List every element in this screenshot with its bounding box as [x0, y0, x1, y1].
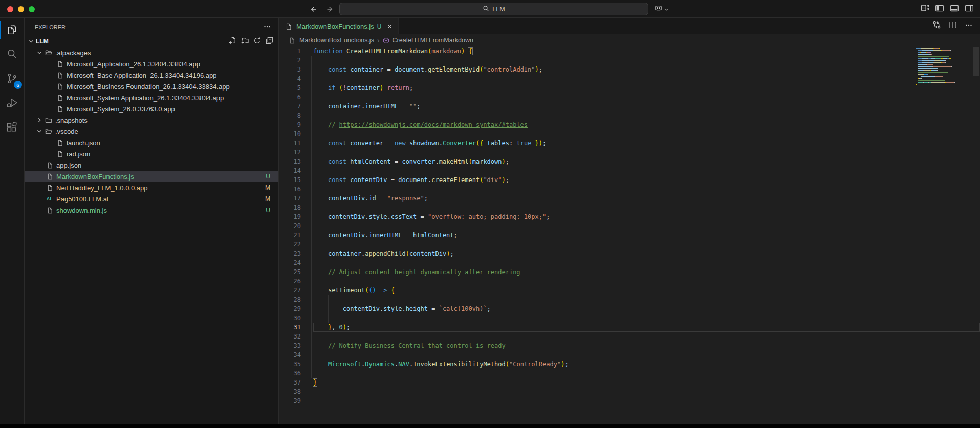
code-line-6[interactable]: 6 [279, 93, 980, 102]
more-actions-icon[interactable] [965, 21, 973, 31]
code-line-13[interactable]: 13 const htmlContent = converter.makeHtm… [279, 157, 980, 166]
tree-item-vscode[interactable]: .vscode [25, 126, 278, 137]
code-editor[interactable]: 1function CreateHTMLFromMarkdown(markdow… [279, 47, 980, 424]
close-icon[interactable] [386, 23, 393, 30]
chevron-down-icon[interactable] [664, 5, 669, 14]
code-line-26[interactable]: 26 [279, 277, 980, 286]
code-line-21[interactable]: 21 contentDiv.innerHTML = htmlContent; [279, 231, 980, 240]
activity-run-debug[interactable] [0, 92, 24, 116]
breadcrumb-file[interactable]: MarkdownBoxFunctions.js [299, 37, 374, 44]
folder-open-icon [44, 127, 53, 136]
code-text [313, 93, 980, 102]
collapse-all-icon[interactable] [266, 37, 273, 46]
code-line-7[interactable]: 7 container.innerHTML = ""; [279, 102, 980, 111]
code-line-10[interactable]: 10 [279, 129, 980, 139]
code-text: const converter = new showdown.Converter… [313, 139, 980, 148]
code-line-24[interactable]: 24 [279, 258, 980, 267]
code-line-17[interactable]: 17 contentDiv.id = "response"; [279, 194, 980, 203]
tree-item-microsoft-business-foundation-26-1-33404-33834-app[interactable]: Microsoft_Business Foundation_26.1.33404… [25, 81, 278, 92]
code-line-25[interactable]: 25 // Adjust content height dynamically … [279, 267, 980, 277]
activity-explorer[interactable] [0, 18, 24, 42]
copilot-icon[interactable] [654, 4, 663, 14]
code-line-34[interactable]: 34 [279, 350, 980, 359]
activity-extensions[interactable] [0, 116, 24, 141]
command-center-search[interactable]: LLM [339, 3, 648, 15]
toggle-secondary-sidebar-icon[interactable] [965, 4, 974, 15]
tree-item-pag50100-llm-al[interactable]: ALPag50100.LLM.alM [25, 193, 278, 205]
toggle-primary-sidebar-icon[interactable] [935, 4, 944, 15]
scrollbar-slider[interactable] [973, 47, 979, 76]
file-icon [55, 105, 64, 113]
tree-item-microsoft-base-application-26-1-33404-34196-app[interactable]: Microsoft_Base Application_26.1.33404.34… [25, 70, 278, 81]
open-changes-icon[interactable] [932, 20, 941, 31]
explorer-section-llm[interactable]: LLM [25, 36, 278, 47]
file-icon [45, 172, 54, 181]
code-line-22[interactable]: 22 [279, 240, 980, 249]
minimap[interactable] [916, 48, 957, 87]
refresh-icon[interactable] [253, 37, 261, 46]
tree-item-microsoft-system-26-0-33763-0-app[interactable]: Microsoft_System_26.0.33763.0.app [25, 103, 278, 115]
tree-item-launch-json[interactable]: launch.json [25, 137, 278, 148]
code-text [313, 258, 980, 267]
tree-item-app-json[interactable]: app.json [25, 160, 278, 171]
tree-item-markdownboxfunctions-js[interactable]: MarkdownBoxFunctions.jsU [25, 171, 278, 182]
tree-item-rad-json[interactable]: rad.json [25, 148, 278, 160]
code-line-32[interactable]: 32 [279, 332, 980, 341]
back-arrow-icon[interactable] [309, 5, 317, 13]
tree-item-showdown-min-js[interactable]: showdown.min.jsU [25, 205, 278, 216]
code-line-18[interactable]: 18 [279, 203, 980, 212]
tree-item-neil-haddley-llm-1-0-0-0-app[interactable]: Neil Haddley_LLM_1.0.0.0.appM [25, 182, 278, 193]
new-folder-icon[interactable] [241, 37, 249, 46]
breadcrumb-symbol[interactable]: CreateHTMLFromMarkdown [393, 37, 473, 44]
code-line-20[interactable]: 20 [279, 221, 980, 231]
tree-item-microsoft-system-application-26-1-33404-33834-app[interactable]: Microsoft_System Application_26.1.33404.… [25, 92, 278, 103]
tree-item-alpackages[interactable]: .alpackages [25, 47, 278, 58]
code-line-36[interactable]: 36 [279, 369, 980, 378]
close-window-button[interactable] [7, 6, 13, 12]
code-line-39[interactable]: 39 [279, 396, 980, 406]
toggle-panel-icon[interactable] [950, 4, 959, 15]
code-line-30[interactable]: 30 [279, 313, 980, 323]
code-line-14[interactable]: 14 [279, 166, 980, 175]
forward-arrow-icon[interactable] [326, 5, 334, 13]
code-line-29[interactable]: 29 contentDiv.style.height = `calc(100vh… [279, 304, 980, 313]
code-line-27[interactable]: 27 setTimeout(() => { [279, 286, 980, 295]
chevron-down-icon [35, 49, 44, 57]
code-line-8[interactable]: 8 [279, 111, 980, 120]
code-line-9[interactable]: 9 // https://showdownjs.com/docs/markdow… [279, 120, 980, 129]
code-text [313, 277, 980, 286]
code-line-5[interactable]: 5 if (!container) return; [279, 83, 980, 93]
code-line-19[interactable]: 19 contentDiv.style.cssText = "overflow:… [279, 212, 980, 221]
code-line-4[interactable]: 4 [279, 74, 980, 83]
file-tree: .alpackagesMicrosoft_Application_26.1.33… [25, 47, 278, 216]
code-line-31[interactable]: 31 }, 0); [279, 323, 980, 332]
code-line-23[interactable]: 23 container.appendChild(contentDiv); [279, 249, 980, 258]
tree-item-snapshots[interactable]: .snapshots [25, 115, 278, 126]
code-line-3[interactable]: 3 const container = document.getElementB… [279, 65, 980, 74]
tab-markdownboxfunctions[interactable]: MarkdownBoxFunctions.js U [279, 18, 399, 34]
more-actions-icon[interactable] [263, 22, 271, 32]
window-controls [7, 6, 35, 12]
code-line-11[interactable]: 11 const converter = new showdown.Conver… [279, 139, 980, 148]
extensions-icon [6, 121, 18, 136]
activity-source-control[interactable]: 6 [0, 67, 24, 92]
code-line-28[interactable]: 28 [279, 295, 980, 304]
customize-layout-icon[interactable] [921, 4, 929, 14]
minimize-window-button[interactable] [18, 6, 24, 12]
zoom-window-button[interactable] [29, 6, 35, 12]
code-line-33[interactable]: 33 // Notify Business Central that contr… [279, 341, 980, 350]
code-line-12[interactable]: 12 [279, 148, 980, 157]
tree-item-microsoft-application-26-1-33404-33834-app[interactable]: Microsoft_Application_26.1.33404.33834.a… [25, 58, 278, 70]
new-file-icon[interactable] [229, 37, 236, 46]
activity-search[interactable] [0, 42, 24, 67]
code-line-1[interactable]: 1function CreateHTMLFromMarkdown(markdow… [279, 47, 980, 56]
code-text: const htmlContent = converter.makeHtml(m… [313, 157, 980, 166]
code-line-35[interactable]: 35 Microsoft.Dynamics.NAV.InvokeExtensib… [279, 359, 980, 369]
code-line-2[interactable]: 2 [279, 56, 980, 65]
split-editor-icon[interactable] [949, 21, 957, 31]
code-line-38[interactable]: 38 [279, 387, 980, 396]
code-line-37[interactable]: 37} [279, 378, 980, 387]
code-line-15[interactable]: 15 const contentDiv = document.createEle… [279, 175, 980, 185]
code-text: contentDiv.id = "response"; [313, 194, 980, 203]
code-line-16[interactable]: 16 [279, 185, 980, 194]
